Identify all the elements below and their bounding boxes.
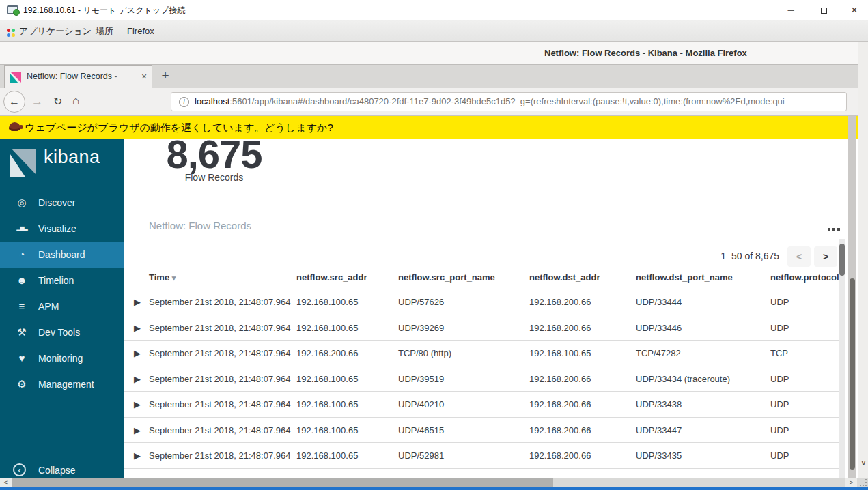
navigation-bar: ← → ↻ ⌂ i localhost:5601/app/kibana#/das…	[0, 88, 858, 116]
column-header-protocol[interactable]: netflow.protocol_	[770, 270, 839, 289]
url-text: localhost:5601/app/kibana#/dashboard/ca4…	[195, 93, 842, 111]
cell-src-port: TCP/80 (http)	[398, 341, 451, 366]
expand-row-button[interactable]: ▶	[134, 418, 141, 443]
kibana-sidebar: kibana ◎ Discover ▂▆▃ Visualize ◔ Dashbo…	[0, 139, 124, 478]
cell-src-port: UDP/40210	[398, 392, 444, 417]
cell-src-addr: 192.168.100.65	[296, 443, 358, 468]
cell-protocol: UDP	[770, 392, 839, 417]
dashboard-icon: ◔	[14, 242, 30, 268]
cell-src-port: UDP/33165	[398, 469, 444, 478]
url-bar[interactable]: i localhost:5601/app/kibana#/dashboard/c…	[171, 92, 847, 111]
panel-title: Netflow: Flow Records	[149, 220, 251, 231]
cell-dst-addr: 192.168.200.66	[529, 418, 591, 443]
cell-src-port: UDP/39269	[398, 315, 444, 341]
sidebar-item-timelion[interactable]: ☻ Timelion	[0, 268, 124, 293]
expand-row-button[interactable]: ▶	[134, 443, 141, 468]
page-scrollbar-thumb[interactable]	[850, 278, 855, 470]
sidebar-item-discover[interactable]: ◎ Discover	[0, 190, 124, 216]
prev-page-button[interactable]: <	[787, 246, 811, 267]
scroll-left-button[interactable]: <	[0, 478, 12, 487]
home-button[interactable]: ⌂	[72, 92, 79, 110]
horizontal-scrollbar[interactable]: < >	[0, 478, 868, 487]
cell-dst-port: UDP/33438	[636, 392, 682, 417]
cell-src-port: UDP/57626	[398, 289, 444, 315]
url-host: localhost	[195, 96, 229, 106]
cell-time: September 21st 2018, 21:48:07.964	[149, 315, 290, 341]
visualize-icon: ▂▆▃	[14, 216, 30, 242]
column-header-src-addr[interactable]: netflow.src_addr	[296, 270, 367, 289]
expand-row-button[interactable]: ▶	[134, 469, 141, 478]
expand-row-button[interactable]: ▶	[134, 315, 141, 341]
cell-src-addr: 192.168.100.65	[296, 392, 358, 417]
flow-records-table: Time ▾ netflow.src_addr netflow.src_port…	[124, 270, 839, 478]
horizontal-scrollbar-thumb[interactable]	[12, 478, 553, 487]
cell-time: September 21st 2018, 21:48:07.964	[149, 392, 290, 417]
expand-row-button[interactable]: ▶	[134, 289, 141, 315]
scroll-down-icon[interactable]: ∨	[858, 458, 868, 467]
cell-dst-addr: 192.168.200.66	[529, 443, 591, 468]
cell-protocol: UDP	[770, 289, 839, 315]
remote-desktop-window: 192.168.10.61 - リモート デスクトップ接続 ─ × アプリケーシ…	[0, 0, 868, 490]
close-button[interactable]: ×	[844, 0, 865, 20]
menu-places[interactable]: 場所	[96, 20, 113, 42]
panel-options-button[interactable]	[828, 227, 844, 233]
column-header-dst-addr[interactable]: netflow.dst_addr	[529, 270, 600, 289]
table-row: ▶ September 21st 2018, 21:48:07.964 192.…	[124, 315, 839, 341]
cell-dst-addr: 192.168.200.66	[529, 366, 591, 392]
cell-dst-addr: 192.168.200.66	[529, 392, 591, 417]
column-header-src-port[interactable]: netflow.src_port_name	[398, 270, 495, 289]
column-header-time[interactable]: Time ▾	[149, 270, 176, 289]
menu-firefox[interactable]: Firefox	[127, 20, 154, 42]
cell-dst-addr: 192.168.200.66	[529, 289, 591, 315]
column-header-dst-port[interactable]: netflow.dst_port_name	[636, 270, 733, 289]
cell-protocol: TCP	[770, 341, 839, 366]
firefox-titlebar: Netflow: Flow Records - Kibana - Mozilla…	[0, 42, 858, 65]
table-row: ▶ September 21st 2018, 21:48:07.964 192.…	[124, 391, 839, 417]
rdp-icon	[7, 5, 18, 14]
maximize-button[interactable]	[813, 0, 834, 20]
sidebar-item-visualize[interactable]: ▂▆▃ Visualize	[0, 216, 124, 242]
minimize-button[interactable]: ─	[781, 0, 801, 20]
cell-protocol: UDP	[770, 418, 839, 443]
cell-dst-addr: 192.168.200.66	[529, 315, 591, 341]
cell-time: September 21st 2018, 21:48:07.964	[149, 366, 290, 392]
reload-button[interactable]: ↻	[53, 93, 62, 111]
sidebar-nav: ◎ Discover ▂▆▃ Visualize ◔ Dashboard ☻ T…	[0, 190, 124, 397]
sidebar-item-dashboard[interactable]: ◔ Dashboard	[0, 242, 124, 268]
expand-row-button[interactable]: ▶	[134, 366, 141, 392]
monitoring-icon: ♥	[14, 345, 30, 371]
page-vertical-scrollbar[interactable]	[848, 116, 856, 478]
url-path: :5601/app/kibana#/dashboard/ca480720-2fd…	[229, 96, 784, 106]
desktop-menu-bar: アプリケーション 場所 Firefox	[0, 20, 868, 42]
tab-close-button[interactable]: ×	[137, 66, 152, 87]
sort-desc-icon: ▾	[172, 274, 176, 282]
scroll-right-button[interactable]: >	[845, 478, 857, 487]
site-info-icon[interactable]: i	[179, 97, 189, 107]
table-row: ▶ September 21st 2018, 21:48:07.964 192.…	[124, 366, 839, 392]
rdp-titlebar: 192.168.10.61 - リモート デスクトップ接続 ─ ×	[0, 0, 868, 20]
table-vertical-scrollbar[interactable]	[839, 239, 845, 478]
forward-button[interactable]: →	[31, 93, 43, 111]
metric-value: 8,675	[124, 136, 305, 172]
tab-label-fade	[111, 66, 130, 87]
sidebar-item-management[interactable]: ⚙ Management	[0, 371, 124, 397]
sidebar-item-monitoring[interactable]: ♥ Monitoring	[0, 345, 124, 371]
timelion-icon: ☻	[14, 268, 30, 293]
table-row: ▶ September 21st 2018, 21:48:07.964 192.…	[124, 417, 839, 443]
next-page-button[interactable]: >	[814, 246, 837, 267]
cell-dst-port: UDP/33444	[636, 289, 682, 315]
expand-row-button[interactable]: ▶	[134, 392, 141, 417]
table-scrollbar-thumb[interactable]	[839, 244, 845, 276]
cell-dst-port: UDP/33446	[636, 315, 682, 341]
collapse-icon: ‹	[13, 463, 26, 476]
back-button[interactable]: ←	[3, 91, 25, 113]
rdp-vertical-scrollbar[interactable]: ∨	[858, 42, 868, 478]
menu-applications[interactable]: アプリケーション	[19, 20, 92, 42]
tab-netflow[interactable]: Netflow: Flow Records - ×	[4, 65, 152, 88]
sidebar-item-dev-tools[interactable]: ⚒ Dev Tools	[0, 319, 124, 345]
sidebar-item-apm[interactable]: ≡ APM	[0, 293, 124, 319]
new-tab-button[interactable]: +	[156, 65, 174, 88]
expand-row-button[interactable]: ▶	[134, 341, 141, 366]
kibana-brand: kibana	[44, 147, 100, 168]
cell-time: September 21st 2018, 21:48:07.964	[149, 418, 290, 443]
